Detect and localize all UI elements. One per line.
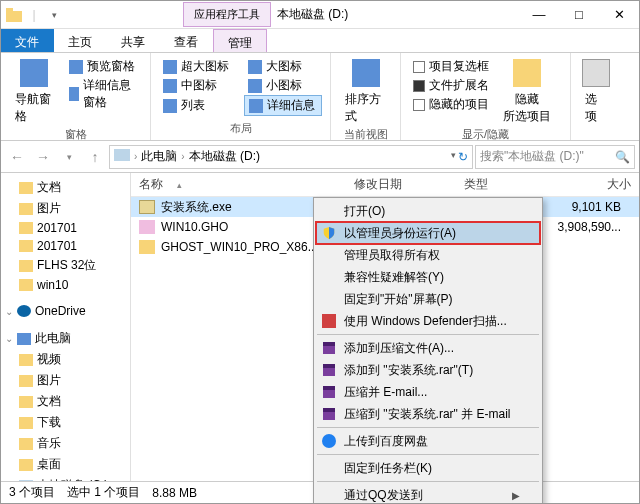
- manage-tab[interactable]: 管理: [213, 29, 267, 52]
- pc-icon: [17, 333, 31, 345]
- menu-item[interactable]: 固定到"开始"屏幕(P): [316, 288, 540, 310]
- menu-item[interactable]: 添加到压缩文件(A)...: [316, 337, 540, 359]
- ribbon-tabs: 文件 主页 共享 查看 管理: [1, 29, 639, 53]
- recent-dropdown[interactable]: ▾: [57, 145, 81, 169]
- menu-item[interactable]: 压缩到 "安装系统.rar" 并 E-mail: [316, 403, 540, 425]
- status-selection: 选中 1 个项目: [67, 484, 140, 501]
- expand-icon[interactable]: ⌄: [5, 306, 13, 317]
- tree-item[interactable]: 下载: [1, 412, 130, 433]
- menu-label: 兼容性疑难解答(Y): [344, 269, 444, 286]
- tree-item[interactable]: FLHS 32位: [1, 255, 130, 276]
- details-view[interactable]: 详细信息: [244, 95, 323, 116]
- sm-icon: [248, 79, 262, 93]
- maximize-button[interactable]: □: [559, 1, 599, 29]
- small-icons[interactable]: 小图标: [244, 76, 323, 95]
- tree-label: 下载: [37, 414, 61, 431]
- menu-separator: [317, 334, 539, 335]
- menu-item[interactable]: 打开(O): [316, 200, 540, 222]
- breadcrumb-sep[interactable]: ›: [181, 151, 184, 162]
- list-view[interactable]: 列表: [159, 95, 238, 116]
- close-button[interactable]: ✕: [599, 1, 639, 29]
- expand-icon[interactable]: ⌄: [5, 333, 13, 344]
- address-bar[interactable]: › 此电脑 › 本地磁盘 (D:) ▾ ↻: [109, 145, 473, 169]
- menu-item[interactable]: 上传到百度网盘: [316, 430, 540, 452]
- menu-item[interactable]: 以管理员身份运行(A): [316, 222, 540, 244]
- tree-item[interactable]: 桌面: [1, 454, 130, 475]
- tree-item[interactable]: 文档: [1, 177, 130, 198]
- forward-button[interactable]: →: [31, 145, 55, 169]
- svg-rect-2: [114, 149, 130, 161]
- gho-icon: [139, 220, 155, 234]
- menu-item[interactable]: 管理员取得所有权: [316, 244, 540, 266]
- tree-item[interactable]: 201701: [1, 237, 130, 255]
- tree-item[interactable]: ⌄此电脑: [1, 328, 130, 349]
- md-icon: [163, 79, 177, 93]
- view-tab[interactable]: 查看: [160, 29, 213, 52]
- tree-item[interactable]: 视频: [1, 349, 130, 370]
- home-tab[interactable]: 主页: [54, 29, 107, 52]
- up-button[interactable]: ↑: [83, 145, 107, 169]
- menu-label: 上传到百度网盘: [344, 433, 428, 450]
- baidu-icon: [321, 433, 337, 449]
- menu-item[interactable]: 通过QQ发送到▶: [316, 484, 540, 504]
- minimize-button[interactable]: —: [519, 1, 559, 29]
- contextual-tabs: 应用程序工具: [183, 2, 271, 27]
- medium-icons[interactable]: 中图标: [159, 76, 238, 95]
- options-button[interactable]: 选项: [579, 57, 613, 127]
- rar-icon: [321, 340, 337, 356]
- breadcrumb-thispc[interactable]: 此电脑: [141, 148, 177, 165]
- search-box[interactable]: 搜索"本地磁盘 (D:)" 🔍: [475, 145, 635, 169]
- svg-rect-11: [323, 408, 335, 412]
- breadcrumb-sep[interactable]: ›: [134, 151, 137, 162]
- sort-button[interactable]: 排序方式: [339, 57, 392, 127]
- share-tab[interactable]: 共享: [107, 29, 160, 52]
- app-tools-tab[interactable]: 应用程序工具: [183, 2, 271, 27]
- chk-extensions[interactable]: 文件扩展名: [409, 76, 493, 95]
- addr-dropdown-icon[interactable]: ▾: [451, 150, 456, 164]
- search-icon[interactable]: 🔍: [615, 150, 630, 164]
- tree-item[interactable]: win10: [1, 276, 130, 294]
- title-bar: | ▾ 应用程序工具 本地磁盘 (D:) — □ ✕: [1, 1, 639, 29]
- file-tab[interactable]: 文件: [1, 29, 54, 52]
- extra-large-icons[interactable]: 超大图标: [159, 57, 238, 76]
- col-size[interactable]: 大小: [526, 176, 639, 193]
- large-icons[interactable]: 大图标: [244, 57, 323, 76]
- menu-item[interactable]: 添加到 "安装系统.rar"(T): [316, 359, 540, 381]
- menu-item[interactable]: 固定到任务栏(K): [316, 457, 540, 479]
- qat-dropdown-icon[interactable]: ▾: [45, 6, 63, 24]
- col-name[interactable]: 名称▴: [131, 176, 346, 193]
- tree-item[interactable]: 201701: [1, 219, 130, 237]
- column-headers[interactable]: 名称▴ 修改日期 类型 大小: [131, 173, 639, 197]
- svg-rect-5: [323, 342, 335, 346]
- tree-item[interactable]: ⌄OneDrive: [1, 302, 130, 320]
- tree-label: 视频: [37, 351, 61, 368]
- folder-icon: [19, 203, 33, 215]
- details-pane-button[interactable]: 详细信息窗格: [65, 76, 142, 112]
- ribbon: 导航窗格 预览窗格 详细信息窗格 窗格 超大图标 大图标 中图标 小图标 列表 …: [1, 53, 639, 141]
- tree-item[interactable]: 图片: [1, 198, 130, 219]
- rar-icon: [321, 384, 337, 400]
- col-date[interactable]: 修改日期: [346, 176, 456, 193]
- exe-icon: [139, 200, 155, 214]
- menu-item[interactable]: 使用 Windows Defender扫描...: [316, 310, 540, 332]
- tree-item[interactable]: 图片: [1, 370, 130, 391]
- refresh-icon[interactable]: ↻: [458, 150, 468, 164]
- preview-pane-button[interactable]: 预览窗格: [65, 57, 142, 76]
- tree-label: 201701: [37, 239, 77, 253]
- breadcrumb-drive[interactable]: 本地磁盘 (D:): [189, 148, 260, 165]
- menu-item[interactable]: 兼容性疑难解答(Y): [316, 266, 540, 288]
- svg-rect-7: [323, 364, 335, 368]
- chk-item-boxes[interactable]: 项目复选框: [409, 57, 493, 76]
- nav-pane-button[interactable]: 导航窗格: [9, 57, 59, 127]
- menu-item[interactable]: 压缩并 E-mail...: [316, 381, 540, 403]
- menu-label: 压缩到 "安装系统.rar" 并 E-mail: [344, 406, 511, 423]
- qat: | ▾: [1, 6, 63, 24]
- tree-item[interactable]: 文档: [1, 391, 130, 412]
- hide-selected-button[interactable]: 隐藏 所选项目: [497, 57, 557, 127]
- tree-item[interactable]: 音乐: [1, 433, 130, 454]
- chk-hidden[interactable]: 隐藏的项目: [409, 95, 493, 114]
- folder-icon: [19, 417, 33, 429]
- nav-tree[interactable]: 文档图片201701201701FLHS 32位win10⌄OneDrive⌄此…: [1, 173, 131, 483]
- col-type[interactable]: 类型: [456, 176, 526, 193]
- back-button[interactable]: ←: [5, 145, 29, 169]
